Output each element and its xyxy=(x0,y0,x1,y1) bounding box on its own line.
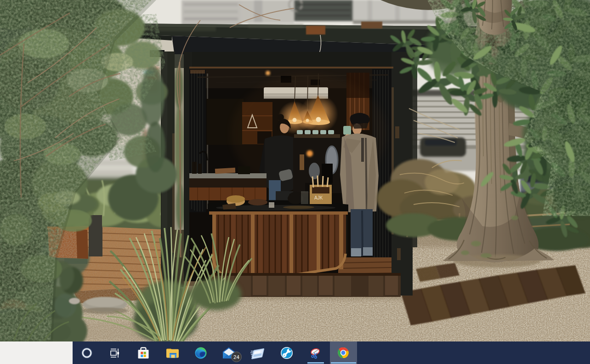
svg-text:AJK: AJK xyxy=(314,195,323,200)
